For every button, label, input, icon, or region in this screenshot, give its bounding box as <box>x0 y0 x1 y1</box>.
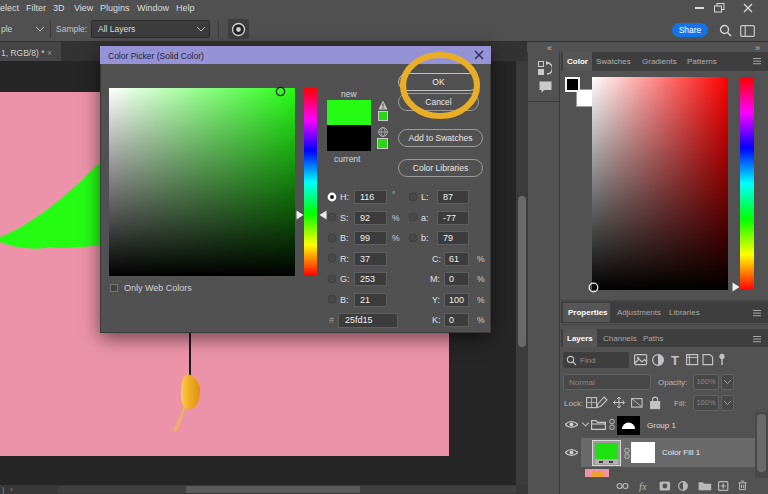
svg-text:fx: fx <box>639 481 647 492</box>
svg-text:T: T <box>671 353 679 367</box>
